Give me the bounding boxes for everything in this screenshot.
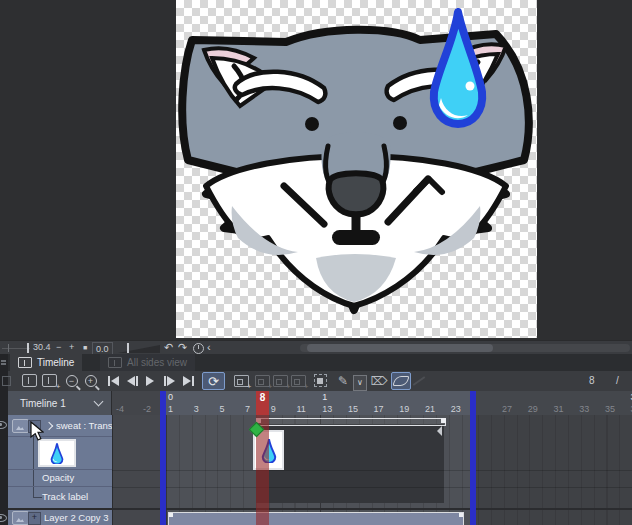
- visibility-eye-icon[interactable]: [0, 514, 7, 522]
- sweat-clip[interactable]: [256, 424, 444, 503]
- tab-timeline-label: Timeline: [37, 357, 74, 368]
- tab-all-sides-view[interactable]: All sides view: [100, 354, 195, 371]
- onion-skin-icon: [234, 375, 249, 387]
- playhead[interactable]: 8: [256, 391, 269, 415]
- clip-left-handle[interactable]: [169, 513, 173, 517]
- onion-skin-next-button[interactable]: [271, 371, 289, 390]
- redo-icon[interactable]: ↷: [178, 341, 187, 354]
- ruler-frame-number: 17: [374, 404, 384, 414]
- play-button[interactable]: [143, 371, 157, 390]
- visibility-eye-icon[interactable]: [0, 421, 7, 429]
- layer-thumbnail-icon: [12, 511, 29, 525]
- enable-keyframes-button[interactable]: [311, 371, 329, 390]
- rotate-slider[interactable]: [118, 345, 160, 353]
- next-frame-button[interactable]: [161, 371, 177, 390]
- ruler-frame-number: 11: [297, 404, 306, 414]
- ruler-second-label: 1: [322, 392, 327, 402]
- timeline-selector-label: Timeline 1: [20, 398, 95, 409]
- sweat-opacity-row[interactable]: Opacity: [8, 470, 112, 487]
- skip-end-icon: [183, 376, 191, 386]
- add-timeline-icon: [42, 374, 57, 387]
- onion-settings-icon: [291, 375, 306, 387]
- workspace-background: [0, 0, 632, 340]
- onion-next-icon: [273, 375, 288, 387]
- rotate-slider-thumb[interactable]: [127, 343, 129, 353]
- ruler-frame-number: 33: [579, 404, 589, 414]
- reset-zoom-button[interactable]: ■: [83, 341, 87, 354]
- add-timeline-button[interactable]: [39, 371, 59, 390]
- sweat-clip-header[interactable]: [256, 418, 446, 426]
- ruler-frame-number: 9: [271, 404, 276, 414]
- chevron-down-icon: ∨: [353, 375, 367, 391]
- delete-keyframe-button[interactable]: ⌦: [370, 371, 388, 390]
- loop-play-button[interactable]: ⟳: [202, 372, 225, 390]
- expand-arrow-icon[interactable]: [45, 422, 53, 430]
- panel-menu-icon[interactable]: [1, 360, 6, 362]
- new-timeline-button[interactable]: [20, 371, 38, 390]
- track-thumbnail[interactable]: [38, 439, 76, 467]
- zoom-slider[interactable]: [2, 348, 30, 349]
- layer2-clip[interactable]: [168, 512, 464, 525]
- zoom-slider-thumb[interactable]: [27, 343, 29, 353]
- pen-icon: ✎: [338, 374, 348, 388]
- layer2-track-title: Layer 2 Copy 3 :: [44, 512, 110, 523]
- zoom-out-timeline-button[interactable]: −: [63, 371, 80, 390]
- clip-right-handle[interactable]: [459, 513, 463, 517]
- ruler-frame-number: 19: [399, 404, 409, 414]
- timeline-tab-icon: [18, 357, 32, 368]
- line-tool-button[interactable]: [411, 371, 427, 390]
- line-icon: [413, 376, 426, 386]
- clip-right-handle[interactable]: [441, 418, 446, 423]
- go-to-start-button[interactable]: [105, 371, 121, 390]
- wolf-artwork: [176, 0, 537, 338]
- palette-tab-bar: Timeline All sides view: [8, 354, 632, 371]
- playback-start-marker[interactable]: [160, 391, 166, 525]
- chevron-down-icon: [94, 397, 104, 407]
- zoom-out-icon: −: [66, 375, 78, 387]
- panel-dock-icon[interactable]: [2, 376, 11, 386]
- loop-icon: ⟳: [208, 375, 219, 388]
- frame-ruler[interactable]: 013-4-21357911131517192123272931333537: [112, 391, 632, 415]
- panel-menu-icon[interactable]: [1, 363, 6, 365]
- sweat-thumbnail-row[interactable]: [8, 437, 112, 470]
- expand-track-button[interactable]: +: [28, 512, 41, 525]
- timeline-toolbar: − + ⟳ ✎ ∨ ⌦ 8 /: [8, 371, 632, 392]
- go-to-end-button[interactable]: [180, 371, 196, 390]
- layer2-track-header[interactable]: + Layer 2 Copy 3 :: [8, 510, 113, 525]
- zoom-value: 30.4: [33, 341, 51, 354]
- edit-keyframe-button[interactable]: [391, 372, 411, 390]
- undo-icon[interactable]: ↶: [164, 341, 173, 354]
- tracklabel-row-label: Track label: [42, 487, 88, 507]
- onion-skin-button[interactable]: [231, 371, 251, 390]
- canvas-hscrollbar-thumb[interactable]: [307, 344, 493, 352]
- zoom-in-icon: +: [85, 375, 97, 387]
- play-icon: [146, 376, 154, 386]
- zoom-in-timeline-button[interactable]: +: [82, 371, 99, 390]
- wolf-right-eye: [393, 116, 407, 130]
- zoom-in-button[interactable]: +: [69, 341, 74, 354]
- timelapse-icon[interactable]: [193, 343, 204, 354]
- add-keyframe-tool-button[interactable]: ✎: [335, 371, 351, 390]
- keyframe-tool-dropdown[interactable]: ∨: [353, 373, 367, 392]
- onion-skin-settings-button[interactable]: [289, 371, 307, 390]
- ruler-frame-number: 31: [554, 404, 564, 414]
- timeline-panel: Timeline All sides view − + ⟳ ✎ ∨ ⌦ 8 /: [0, 354, 632, 525]
- ruler-frame-number: 5: [219, 404, 224, 414]
- previous-frame-button[interactable]: [124, 371, 140, 390]
- zoom-out-button[interactable]: −: [56, 341, 61, 354]
- ruler-frame-number: 21: [425, 404, 435, 414]
- skip-start-icon: [111, 376, 119, 386]
- timeline-selector-dropdown[interactable]: Timeline 1: [8, 391, 112, 416]
- tab-timeline[interactable]: Timeline: [10, 354, 82, 371]
- sweat-track-title-row[interactable]: − sweat : Transform: [8, 415, 112, 437]
- collapse-bar-icon[interactable]: ‹: [207, 341, 211, 354]
- layer-thumbnail-icon: [12, 419, 29, 433]
- drop-thumbnail-art: [48, 442, 66, 464]
- playback-end-marker[interactable]: [470, 391, 476, 525]
- sweat-tracklabel-row[interactable]: Track label: [8, 487, 112, 508]
- canvas[interactable]: [176, 0, 537, 338]
- ruler-frame-number: -4: [116, 404, 124, 414]
- onion-skin-prev-button[interactable]: [253, 371, 271, 390]
- ruler-numbers: 013-4-21357911131517192123272931333537: [112, 391, 632, 415]
- timeline-grid[interactable]: 013-4-21357911131517192123272931333537: [112, 391, 632, 525]
